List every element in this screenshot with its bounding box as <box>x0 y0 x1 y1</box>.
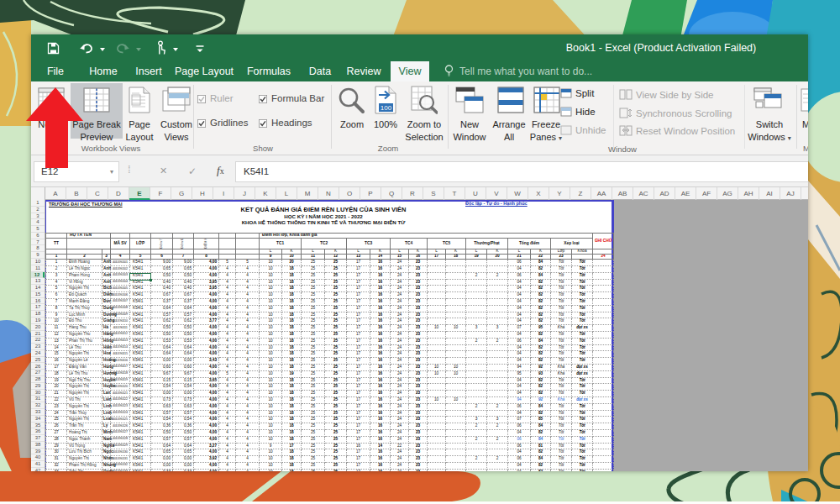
svg-text:100: 100 <box>381 104 392 112</box>
